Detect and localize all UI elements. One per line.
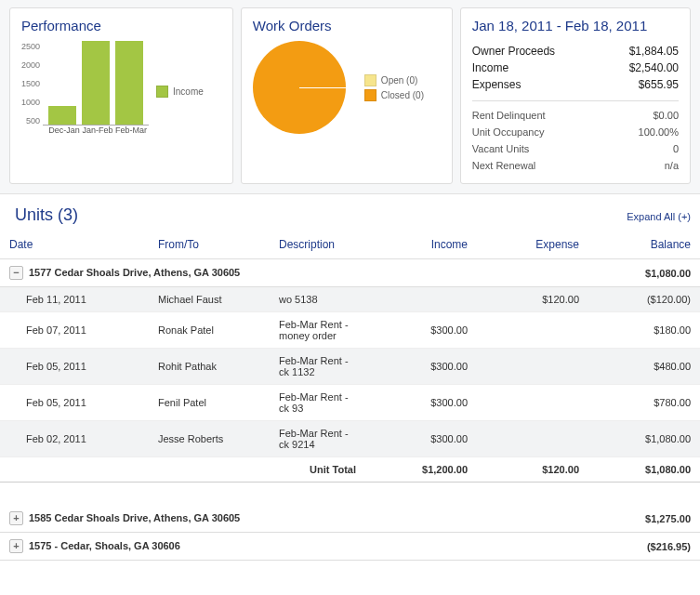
expand-icon[interactable]: + [9, 511, 23, 525]
workorders-legend: Open (0) Closed (0) [364, 72, 424, 104]
expand-all-link[interactable]: Expand All (+) [627, 211, 691, 222]
expand-icon[interactable]: + [9, 539, 23, 553]
chart-x-axis: Dec-Jan Jan-Feb Feb-Mar [47, 126, 221, 135]
units-heading: Units (3) [15, 205, 78, 225]
table-row: Feb 05, 2011Rohit PathakFeb-Mar Rent - c… [0, 349, 700, 385]
date-range: Jan 18, 2011 - Feb 18, 2011 [472, 18, 679, 33]
col-from: From/To [149, 231, 270, 259]
closed-swatch [364, 89, 376, 101]
workorders-pie [253, 41, 346, 134]
summary-secondary: Rent Delinquent$0.00 Unit Occupancy100.0… [472, 100, 679, 174]
col-income: Income [365, 231, 477, 259]
summary-panel: Jan 18, 2011 - Feb 18, 2011 Owner Procee… [460, 7, 691, 184]
workorders-panel: Work Orders Open (0) Closed (0) [241, 7, 453, 184]
table-row: Feb 07, 2011Ronak PatelFeb-Mar Rent - mo… [0, 312, 700, 349]
workorders-title: Work Orders [253, 18, 441, 33]
table-row: Feb 11, 2011Michael Faustwo 5138 $120.00… [0, 287, 700, 312]
chart-y-axis: 2500 2000 1500 1000 500 [21, 42, 43, 126]
summary-primary: Owner Proceeds$1,884.05 Income$2,540.00 … [472, 43, 679, 93]
collapse-icon[interactable]: − [9, 266, 23, 280]
units-table: Date From/To Description Income Expense … [0, 231, 700, 561]
income-swatch [156, 86, 168, 98]
performance-panel: Performance 2500 2000 1500 1000 500 Inco… [9, 7, 233, 184]
bar-feb-mar [115, 41, 143, 125]
open-swatch [364, 74, 376, 86]
unit-name: 1585 Cedar Shoals Drive, Athens, GA 3060… [29, 512, 240, 523]
col-expense: Expense [477, 231, 588, 259]
bar-chart [43, 41, 149, 126]
unit-row[interactable]: +1575 - Cedar, Shoals, GA 30606 ($216.95… [0, 533, 700, 561]
unit-name: 1577 Cedar Shoals Drive, Athens, GA 3060… [29, 267, 240, 278]
unit-total-row: Unit Total $1,200.00$120.00$1,080.00 [0, 457, 700, 483]
table-row: Feb 05, 2011Fenil PatelFeb-Mar Rent - ck… [0, 385, 700, 421]
summary-panels: Performance 2500 2000 1500 1000 500 Inco… [0, 0, 700, 194]
unit-row[interactable]: −1577 Cedar Shoals Drive, Athens, GA 306… [0, 259, 700, 287]
col-date: Date [0, 231, 149, 259]
table-row: Feb 02, 2011Jesse RobertsFeb-Mar Rent - … [0, 421, 700, 457]
performance-title: Performance [21, 18, 221, 33]
col-balance: Balance [588, 231, 700, 259]
unit-row[interactable]: +1585 Cedar Shoals Drive, Athens, GA 306… [0, 505, 700, 533]
bar-dec-jan [48, 106, 76, 125]
col-desc: Description [270, 231, 365, 259]
unit-name: 1575 - Cedar, Shoals, GA 30606 [29, 540, 180, 551]
performance-legend: Income [156, 86, 204, 98]
bar-jan-feb [82, 41, 110, 125]
